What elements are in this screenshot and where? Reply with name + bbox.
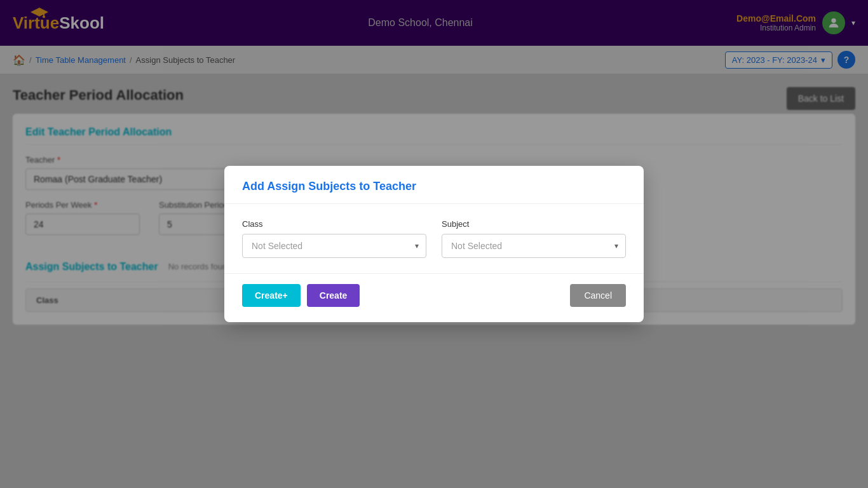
modal-body: Class Not Selected ▾ Subject Not Selecte… — [224, 204, 644, 273]
subject-select[interactable]: Not Selected — [442, 234, 626, 258]
create-plus-button[interactable]: Create+ — [242, 284, 301, 307]
modal: Add Assign Subjects to Teacher Class Not… — [224, 166, 644, 322]
class-label: Class — [242, 219, 426, 229]
subject-label: Subject — [442, 219, 626, 229]
modal-footer: Create+ Create Cancel — [224, 273, 644, 322]
subject-field: Subject Not Selected ▾ — [442, 219, 626, 258]
modal-actions-left: Create+ Create — [242, 284, 360, 307]
modal-title: Add Assign Subjects to Teacher — [242, 180, 626, 193]
modal-fields: Class Not Selected ▾ Subject Not Selecte… — [242, 219, 626, 258]
subject-select-wrapper: Not Selected ▾ — [442, 234, 626, 258]
class-select[interactable]: Not Selected — [242, 234, 426, 258]
class-select-wrapper: Not Selected ▾ — [242, 234, 426, 258]
class-field: Class Not Selected ▾ — [242, 219, 426, 258]
modal-overlay: Add Assign Subjects to Teacher Class Not… — [0, 0, 868, 488]
create-button[interactable]: Create — [307, 284, 360, 307]
cancel-button[interactable]: Cancel — [570, 284, 626, 307]
modal-header: Add Assign Subjects to Teacher — [224, 166, 644, 204]
